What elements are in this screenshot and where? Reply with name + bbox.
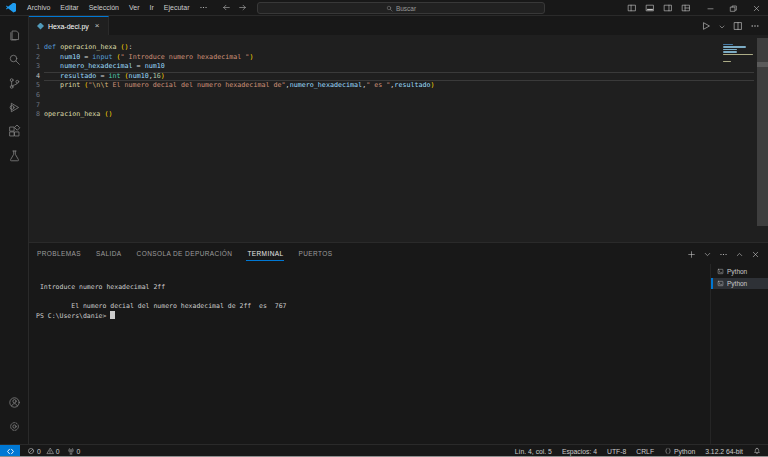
command-center-search[interactable]: Buscar — [257, 2, 545, 14]
code-text: num10 = input (" Introduce numero hexade… — [44, 53, 754, 63]
status-encoding[interactable]: UTF-8 — [607, 448, 626, 455]
line-number[interactable]: 3 — [29, 62, 44, 72]
line-number[interactable]: 8 — [29, 110, 44, 120]
maximize-panel-button[interactable] — [735, 245, 744, 263]
status-python-interpreter[interactable]: 3.12.2 64-bit — [705, 448, 743, 455]
menu-item-0[interactable]: Archivo — [22, 0, 55, 16]
tab-label: Hexa-deci.py — [48, 23, 89, 30]
panel-tab-salida[interactable]: SALIDA — [95, 246, 123, 261]
sidebar-item-accounts[interactable] — [0, 390, 29, 414]
tab-hexa-deci[interactable]: Hexa-deci.py × — [29, 16, 109, 35]
sidebar-item-settings[interactable] — [0, 414, 29, 438]
source-control-icon — [8, 77, 21, 90]
status-bar-right: Lín. 4, col. 5Espacios: 4UTF-8CRLFPython… — [515, 447, 768, 456]
terminal-instance-label: Python — [727, 280, 747, 287]
terminal-line: El numero decial del numero hexadecimal … — [36, 302, 710, 312]
code-line-4[interactable]: 4 resultado = int (num10,16) — [29, 72, 768, 82]
layout-customize-button[interactable] — [681, 3, 691, 14]
maximize-panel-icon — [735, 250, 744, 259]
terminal-output[interactable]: Introduce numero hexadecimal 2ff El nume… — [29, 264, 710, 444]
line-number[interactable]: 1 — [29, 43, 44, 53]
run-dropdown-button[interactable] — [718, 17, 726, 35]
new-terminal-button[interactable] — [687, 245, 696, 263]
run-python-file-button[interactable] — [701, 17, 711, 35]
terminal-instance-0[interactable]: Python — [711, 266, 768, 278]
split-editor-icon — [733, 21, 743, 31]
layout-sidebar-left-button[interactable] — [627, 3, 637, 14]
arrow-right-button[interactable] — [238, 3, 247, 13]
close-button[interactable] — [745, 0, 768, 16]
menu-more-icon — [199, 3, 208, 12]
code-line-5[interactable]: 5 print ("\n\t El numero decial del nume… — [29, 81, 768, 91]
sidebar-item-extensions[interactable] — [0, 119, 29, 143]
code-line-7[interactable]: 7 — [29, 101, 768, 111]
close-panel-button[interactable] — [751, 245, 760, 263]
titlebar: ArchivoEditarSelecciónVerIrEjecutar Busc… — [0, 0, 768, 16]
tab-close-icon[interactable]: × — [95, 22, 100, 30]
menu-more-button[interactable] — [194, 0, 213, 16]
code-line-6[interactable]: 6 — [29, 91, 768, 101]
line-number[interactable]: 2 — [29, 53, 44, 63]
sidebar-item-run-and-debug[interactable] — [0, 95, 29, 119]
menu-item-2[interactable]: Selección — [84, 0, 124, 16]
status-indentation[interactable]: Espacios: 4 — [562, 448, 597, 455]
minimap-line — [723, 56, 755, 57]
layout-panel-button[interactable] — [645, 3, 655, 14]
minimap[interactable] — [723, 44, 755, 63]
problems-status[interactable]: 0 0 — [27, 447, 60, 455]
more-actions-button[interactable] — [750, 17, 760, 35]
braces-icon — [664, 447, 672, 455]
terminal-instance-1[interactable]: Python — [711, 278, 768, 290]
close-panel-icon — [751, 250, 760, 259]
overview-ruler-marker — [757, 62, 768, 67]
line-number[interactable]: 7 — [29, 101, 44, 111]
status-end-of-line[interactable]: CRLF — [636, 448, 654, 455]
layout-sidebar-right-button[interactable] — [663, 3, 673, 14]
restore-icon — [729, 4, 738, 13]
panel-tab-terminal[interactable]: TERMINAL — [246, 246, 284, 261]
run-and-debug-icon — [8, 101, 21, 114]
menu-item-5[interactable]: Ejecutar — [159, 0, 195, 16]
sidebar-item-explorer[interactable] — [0, 23, 29, 47]
sidebar-item-search[interactable] — [0, 47, 29, 71]
line-number[interactable]: 4 — [29, 72, 44, 82]
arrow-left-button[interactable] — [222, 3, 231, 13]
status-indentation-label: Espacios: 4 — [562, 448, 597, 455]
status-cursor-position[interactable]: Lín. 4, col. 5 — [515, 448, 552, 455]
code-line-2[interactable]: 2 num10 = input (" Introduce numero hexa… — [29, 53, 768, 63]
sidebar-item-testing[interactable] — [0, 143, 29, 167]
code-text: def operacion_hexa (): — [44, 43, 754, 53]
panel-tab-puertos[interactable]: PUERTOS — [297, 246, 333, 261]
ports-count: 0 — [77, 448, 81, 455]
terminal-prompt-line: PS C:\Users\danie> — [36, 311, 710, 321]
line-number[interactable]: 6 — [29, 91, 44, 101]
code-line-3[interactable]: 3 numero_hexadecimal = num10 — [29, 62, 768, 72]
minimap-line — [723, 61, 731, 62]
line-number[interactable]: 5 — [29, 81, 44, 91]
menu-item-1[interactable]: Editar — [55, 0, 83, 16]
editor-actions — [701, 16, 768, 35]
ports-status[interactable]: 0 — [67, 447, 81, 455]
code-line-1[interactable]: 1def operacion_hexa (): — [29, 43, 768, 53]
editor-scrollbar[interactable] — [757, 38, 768, 226]
error-count: 0 — [37, 448, 41, 455]
more-actions-icon — [750, 21, 760, 31]
status-language-mode[interactable]: Python — [664, 447, 695, 455]
restore-button[interactable] — [722, 0, 745, 16]
menu-item-3[interactable]: Ver — [124, 0, 145, 16]
extensions-icon — [8, 125, 21, 138]
minimize-button[interactable] — [699, 0, 722, 16]
terminal-line — [36, 292, 710, 302]
code-text: numero_hexadecimal = num10 — [44, 62, 754, 72]
launch-profile-button[interactable] — [703, 245, 712, 263]
terminal-more-button[interactable] — [719, 245, 728, 263]
code-editor[interactable]: 1def operacion_hexa ():2 num10 = input (… — [29, 35, 768, 242]
panel-tab-problemas[interactable]: PROBLEMAS — [36, 246, 82, 261]
split-editor-button[interactable] — [733, 17, 743, 35]
activity-bar-bottom — [0, 390, 29, 444]
notifications-button[interactable] — [753, 447, 761, 456]
sidebar-item-source-control[interactable] — [0, 71, 29, 95]
panel-tab-consola-de-depuración[interactable]: CONSOLA DE DEPURACIÓN — [136, 246, 234, 261]
menu-item-4[interactable]: Ir — [145, 0, 159, 16]
code-line-8[interactable]: 8operacion_hexa () — [29, 110, 768, 120]
